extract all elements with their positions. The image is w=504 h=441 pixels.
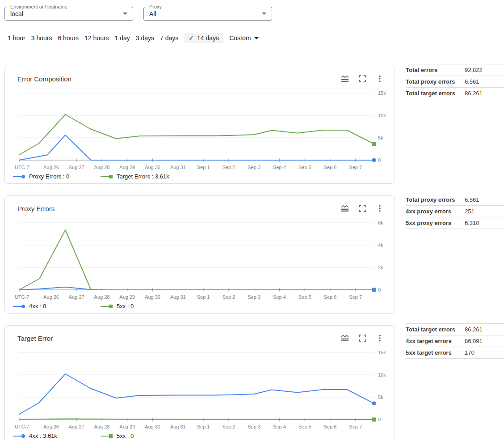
fullscreen-icon[interactable] [358,334,366,342]
x-axis-tick-label: Aug 27 [69,294,84,300]
legend-swatch-marker [109,434,113,438]
time-range-option-6-hours[interactable]: 6 hours [58,33,79,43]
legend-item-4xx[interactable]: 4xx : 0 [13,303,101,310]
dashboard-row: Error CompositionUTC-7Aug 26Aug 27Aug 28… [4,66,504,184]
legend-swatch-marker [21,175,25,178]
dashboard-row: Target ErrorUTC-7Aug 26Aug 27Aug 28Aug 2… [4,325,504,441]
chart-area: UTC-7Aug 26Aug 27Aug 28Aug 29Aug 30Aug 3… [19,350,395,430]
x-axis-tick-label: Aug 26 [43,294,59,300]
x-axis-tick-label: Sep 4 [273,294,286,300]
x-axis-tick-label: Aug 29 [119,294,135,300]
legend-square-swatch [101,174,113,179]
time-range-option-label: 12 hours [84,34,109,42]
legend-label: Proxy Errors : 0 [29,173,69,180]
target-error-card: Target ErrorUTC-7Aug 26Aug 27Aug 28Aug 2… [4,325,395,441]
legend-label: Target Errors : 3.61k [117,173,169,180]
y-axis-tick-label: 6k [378,220,383,225]
more-options-icon[interactable] [376,75,384,83]
y-axis-tick-label: 0 [378,417,381,422]
legend-item-proxy-errors[interactable]: Proxy Errors : 0 [13,173,101,180]
x-axis-tick-label: Sep 2 [222,294,235,300]
x-axis-utc-label: UTC-7 [15,165,29,170]
time-range-option-label: Custom [229,34,251,42]
stat-value: 86,261 [465,324,504,335]
x-axis-tick-label: Sep 3 [248,294,260,300]
stat-label: Total target errors [406,88,465,99]
time-range-option-7-days[interactable]: 7 days [160,33,178,43]
time-range-option-14-days[interactable]: ✓14 days [184,33,223,43]
plot-area: UTC-7Aug 26Aug 27Aug 28Aug 29Aug 30Aug 3… [19,220,374,300]
environment-select[interactable]: Environment or Hostname local [4,7,133,21]
proxy-errors-card: Proxy ErrorsUTC-7Aug 26Aug 27Aug 28Aug 2… [4,195,395,314]
y-axis-labels: 6k4k2k0 [374,220,395,300]
legend-item-4xx[interactable]: 4xx : 3.61k [13,433,101,439]
y-axis-tick-label: 15k [378,350,386,355]
y-axis-tick-label: 0 [378,287,381,293]
legend-label: 4xx : 0 [29,303,46,310]
dropdown-arrow-icon [123,13,127,15]
proxy-select[interactable]: Proxy All [143,7,272,21]
time-range-option-label: 3 days [136,34,154,42]
card-actions [341,204,384,212]
x-axis-tick-label: Sep 7 [349,165,362,170]
fullscreen-icon[interactable] [358,75,366,83]
time-range-option-label: 1 hour [8,34,25,42]
x-axis-tick-label: Sep 7 [349,424,362,429]
x-axis-tick-label: Sep 5 [298,424,311,429]
toggle-legend-icon[interactable] [341,204,349,212]
time-range-option-12-hours[interactable]: 12 hours [84,33,109,43]
dropdown-arrow-icon [262,13,266,15]
x-axis-tick-label: Sep 1 [197,165,210,170]
y-axis-tick-label: 5k [378,394,383,400]
legend-circle-swatch [13,174,25,179]
toggle-legend-icon[interactable] [341,75,349,83]
dashboard-rows: Error CompositionUTC-7Aug 26Aug 27Aug 28… [4,66,504,441]
x-axis-tick-label: Sep 3 [248,165,260,170]
y-axis-tick-label: 10k [378,113,386,118]
proxy-select-label: Proxy [147,4,164,10]
stats-table-target-errors: Total target errors86,2614xx target erro… [406,323,504,359]
stat-label: Total proxy errors [406,76,465,88]
x-axis-tick-label: Aug 29 [119,165,135,170]
chart-legend: Proxy Errors : 0Target Errors : 3.61k [5,173,395,180]
x-axis-tick-label: Sep 3 [248,424,260,429]
stat-label: 5xx proxy errors [406,217,465,229]
time-range-option-1-day[interactable]: 1 day [115,33,130,43]
check-icon: ✓ [189,35,194,41]
toggle-legend-icon[interactable] [341,334,349,342]
error-dashboard-page: Environment or Hostname local Proxy All … [0,7,504,441]
x-axis-labels: UTC-7Aug 26Aug 27Aug 28Aug 29Aug 30Aug 3… [19,293,374,300]
stats-row: Total proxy errors6,561 [406,194,504,206]
legend-item-5xx[interactable]: 5xx : 0 [101,433,188,439]
fullscreen-icon[interactable] [358,204,366,212]
stat-label: Total errors [406,64,465,76]
legend-item-5xx[interactable]: 5xx : 0 [101,303,188,310]
more-options-icon[interactable] [376,204,384,212]
card-header: Error Composition [5,74,395,83]
legend-label: 5xx : 0 [117,303,134,310]
x-axis-tick-label: Sep 4 [273,424,286,429]
plot-area: UTC-7Aug 26Aug 27Aug 28Aug 29Aug 30Aug 3… [19,90,374,170]
time-range-option-1-hour[interactable]: 1 hour [8,33,25,43]
time-range-option-3-hours[interactable]: 3 hours [31,33,52,43]
y-axis-labels: 15k10k5k0 [374,350,395,430]
y-axis-tick-label: 10k [378,372,386,377]
stat-label: 5xx target errors [406,347,465,359]
stats-table-proxy-errors: Total proxy errors6,5614xx proxy errors2… [406,194,504,229]
time-range-option-custom[interactable]: Custom [229,33,259,43]
x-axis-tick-label: Sep 4 [273,165,286,170]
legend-square-swatch [101,304,113,309]
card-header: Target Error [5,334,395,343]
legend-item-target-errors[interactable]: Target Errors : 3.61k [101,173,188,180]
stat-value: 92,822 [465,64,504,76]
time-range-option-3-days[interactable]: 3 days [136,33,154,43]
more-options-icon[interactable] [376,334,384,342]
x-axis-tick-label: Aug 30 [145,294,160,300]
y-axis-tick-label: 15k [378,90,386,96]
dropdown-arrow-icon [254,37,259,39]
chart-title: Error Composition [17,75,71,83]
x-axis-tick-label: Aug 30 [145,165,160,170]
error-composition-card: Error CompositionUTC-7Aug 26Aug 27Aug 28… [4,66,395,184]
x-axis-tick-label: Sep 6 [324,165,337,170]
stats-row: Total proxy errors6,561 [406,76,504,88]
